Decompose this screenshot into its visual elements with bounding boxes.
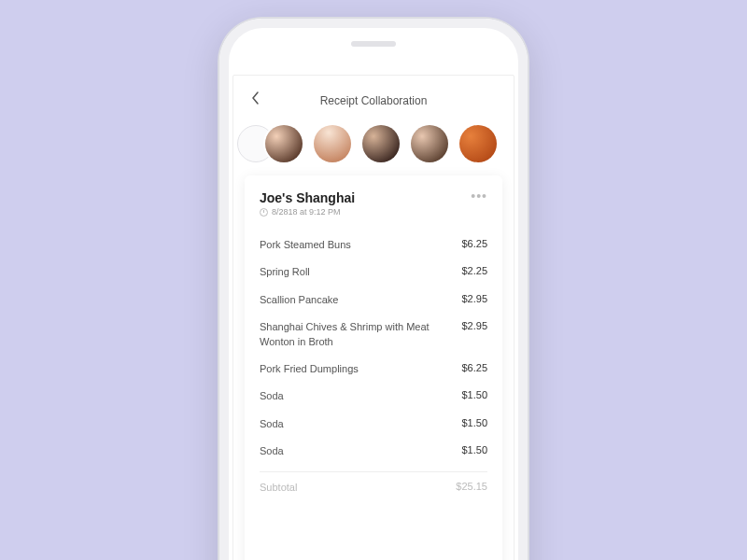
item-name: Pork Steamed Buns: [260, 238, 461, 252]
divider: [260, 471, 487, 472]
item-name: Shanghai Chives & Shrimp with Meat Wonto…: [260, 320, 461, 349]
item-name: Soda: [260, 417, 461, 431]
subtotal-value: $25.15: [456, 481, 487, 492]
line-item[interactable]: Shanghai Chives & Shrimp with Meat Wonto…: [260, 314, 487, 356]
item-price: $1.50: [461, 444, 487, 455]
item-name: Spring Roll: [260, 265, 461, 279]
line-item[interactable]: Pork Fried Dumplings$6.25: [260, 356, 487, 383]
item-price: $2.25: [461, 265, 487, 276]
collaborator-avatar[interactable]: [265, 125, 303, 162]
item-name: Soda: [260, 389, 461, 403]
receipt-card: Joe's Shanghai ••• 8/2818 at 9:12 PM Por…: [245, 175, 502, 560]
chevron-left-icon: [250, 91, 260, 105]
timestamp-text: 8/2818 at 9:12 PM: [272, 207, 341, 217]
store-name: Joe's Shanghai: [260, 190, 355, 205]
line-items: Pork Steamed Buns$6.25Spring Roll$2.25Sc…: [260, 231, 487, 466]
line-item[interactable]: Soda$1.50: [260, 438, 487, 465]
line-item[interactable]: Scallion Pancake$2.95: [260, 287, 487, 314]
item-name: Scallion Pancake: [260, 293, 461, 307]
collaborator-row: [233, 121, 514, 175]
collaborator-avatar[interactable]: [411, 125, 448, 162]
collaborator-avatar[interactable]: [314, 125, 351, 162]
subtotal-label: Subtotal: [260, 481, 456, 495]
phone-frame: Receipt Collaboration Joe's Shanghai •••…: [219, 19, 528, 560]
item-name: Pork Fried Dumplings: [260, 362, 461, 376]
collaborator-avatar[interactable]: [362, 125, 400, 162]
item-price: $1.50: [461, 389, 487, 400]
clock-icon: [260, 208, 268, 217]
header: Receipt Collaboration: [233, 76, 514, 121]
subtotal-row: Subtotal $25.15: [260, 474, 487, 501]
item-price: $1.50: [461, 417, 487, 428]
item-price: $6.25: [461, 362, 487, 373]
receipt-timestamp: 8/2818 at 9:12 PM: [260, 207, 487, 217]
item-price: $2.95: [461, 293, 487, 304]
back-button[interactable]: [245, 89, 265, 112]
line-item[interactable]: Soda$1.50: [260, 383, 487, 410]
item-name: Soda: [260, 444, 461, 458]
line-item[interactable]: Soda$1.50: [260, 411, 487, 438]
more-button[interactable]: •••: [471, 189, 487, 203]
line-item[interactable]: Pork Steamed Buns$6.25: [260, 231, 487, 259]
item-price: $6.25: [461, 238, 487, 249]
collaborator-avatar[interactable]: [459, 125, 497, 162]
line-item[interactable]: Spring Roll$2.25: [260, 259, 487, 286]
screen: Receipt Collaboration Joe's Shanghai •••…: [233, 75, 514, 560]
item-price: $2.95: [461, 320, 487, 331]
page-title: Receipt Collaboration: [233, 94, 514, 107]
